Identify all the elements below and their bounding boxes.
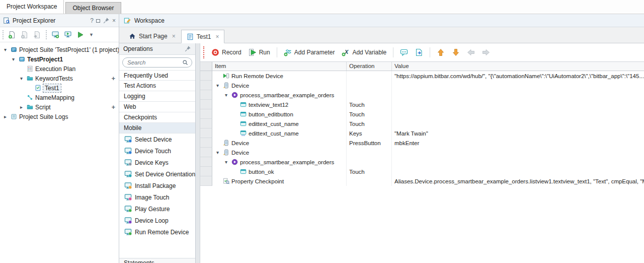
grid-gutter-header [200,62,212,71]
tree-item-script[interactable]: ▸Script+ [0,102,119,112]
test-step-row[interactable]: Run Remote Device"https://appium.bitbar.… [200,71,644,81]
move-down-button[interactable] [449,47,462,58]
run-button[interactable]: Run [246,47,273,58]
column-header-item[interactable]: Item [212,62,347,71]
indent-left-button[interactable] [464,47,477,58]
row-selector-gutter[interactable] [200,119,212,128]
column-header-operation[interactable]: Operation [347,62,392,71]
tree-item-test1[interactable]: Test1 [0,83,119,93]
indent-right-button[interactable] [479,47,493,58]
operation-set-device-orientation[interactable]: Set Device Orientation [119,168,195,180]
add-new-project-icon[interactable] [51,31,59,39]
pin-icon[interactable] [103,17,110,24]
move-up-button[interactable] [434,47,447,58]
tab-project-workspace[interactable]: Project Workspace [0,0,64,14]
category-label: Checkpoints [124,114,157,121]
chevron-right-icon[interactable]: ▸ [18,104,25,110]
add-test-step-button[interactable] [413,47,426,58]
tree-item-project-suite-testproject1-1-project[interactable]: ▾Project Suite 'TestProject1' (1 project… [0,45,119,54]
row-selector-gutter[interactable] [200,176,212,186]
operations-category-frequently-used[interactable]: Frequently Used [119,70,195,81]
operation-play-gesture[interactable]: Play Gesture [119,203,195,215]
tree-item-execution-plan[interactable]: Execution Plan [0,64,119,74]
close-icon[interactable]: × [215,33,219,40]
chevron-down-icon[interactable]: ▾ [223,92,229,98]
test-step-row[interactable]: textview_text12Touch [200,100,644,109]
chevron-down-icon[interactable]: ▼ [89,32,94,37]
add-existing-item-icon[interactable] [21,31,29,39]
add-parameter-button[interactable]: Add Parameter [281,47,338,58]
toolbar-grip[interactable] [46,30,47,39]
operation-device-keys[interactable]: Device Keys [119,157,195,168]
add-variable-button[interactable]: X Add Variable [339,47,389,58]
row-selector-gutter[interactable] [200,100,212,109]
chevron-down-icon[interactable]: ▾ [2,47,9,52]
operation-install-package[interactable]: Install Package [119,180,195,191]
operation-image-touch[interactable]: Image Touch [119,191,195,203]
operations-category-checkpoints[interactable]: Checkpoints [119,112,195,123]
chevron-down-icon[interactable]: ▾ [214,83,221,88]
add-comment-button[interactable] [397,47,411,58]
step-item-cell: textview_text12 [212,100,347,109]
pin-icon[interactable] [184,45,191,52]
close-icon[interactable]: × [172,33,176,40]
test-step-row[interactable]: ▾process_smartbear_example_orders [200,90,644,100]
operation-run-remote-device[interactable]: Run Remote Device [119,226,195,238]
close-icon[interactable]: × [112,18,116,24]
search-input[interactable] [126,59,182,66]
row-selector-gutter[interactable] [200,109,212,119]
toolbar-grip[interactable] [3,30,4,39]
tab-start-page[interactable]: Start Page × [123,29,181,43]
row-selector-gutter[interactable] [200,128,212,138]
operations-category-web[interactable]: Web [119,102,195,112]
row-selector-gutter[interactable] [200,167,212,176]
operation-select-device[interactable]: Select Device [119,134,195,145]
add-item-button[interactable]: + [111,103,115,111]
operation-device-loop[interactable]: Device Loop [119,215,195,226]
operations-category-mobile[interactable]: Mobile [119,123,195,134]
help-icon[interactable]: ? [90,18,94,24]
test-step-row[interactable]: edittext_cust_nameTouch [200,119,644,128]
test-step-row[interactable]: edittext_cust_nameKeys"Mark Twain" [200,128,644,138]
test-step-row[interactable]: ▾process_smartbear_example_orders [200,157,644,167]
toolbar-separator [430,47,430,57]
record-button[interactable]: Record [209,47,244,58]
test-step-row[interactable]: button_okTouch [200,167,644,176]
document-arrow-icon [415,48,423,56]
operations-category-statements[interactable]: Statements [119,258,195,263]
chevron-down-icon[interactable]: ▾ [223,159,229,165]
test-step-row[interactable]: ▾Device [200,81,644,90]
chevron-right-icon[interactable]: ▸ [2,114,9,119]
operations-category-logging[interactable]: Logging [119,91,195,102]
run-project-icon[interactable] [64,31,72,39]
run-test-icon[interactable] [76,31,85,39]
test-step-row[interactable]: ▾Device [200,148,644,157]
operation-device-touch[interactable]: Device Touch [119,145,195,157]
chevron-down-icon[interactable]: ▾ [18,76,25,81]
test-step-row[interactable]: button_editbuttonTouch [200,109,644,119]
row-selector-gutter[interactable] [200,81,212,90]
tab-test1[interactable]: Test1 × [181,30,225,43]
operations-category-test-actions[interactable]: Test Actions [119,81,195,91]
row-selector-gutter[interactable] [200,90,212,100]
test-step-row[interactable]: DevicePressButtonmbkEnter [200,138,644,148]
tab-object-browser[interactable]: Object Browser [65,2,121,14]
add-item-button[interactable]: + [111,75,115,82]
add-new-item-icon[interactable] [8,31,16,39]
row-selector-gutter[interactable] [200,157,212,167]
test-step-row[interactable]: Property CheckpointAliases.Device.proces… [200,176,644,186]
row-selector-gutter[interactable] [200,148,212,157]
row-selector-gutter[interactable] [200,138,212,148]
float-window-icon[interactable] [96,19,100,23]
column-header-value[interactable]: Value [392,62,644,71]
search-icon[interactable] [182,59,188,65]
chevron-down-icon[interactable]: ▾ [214,150,221,155]
toolbar-grip[interactable] [203,46,204,58]
tree-item-testproject1[interactable]: ▾TestProject1 [0,54,119,64]
chevron-down-icon[interactable]: ▾ [10,56,17,62]
tree-item-namemapping[interactable]: NameMapping [0,93,119,102]
tree-item-project-suite-logs[interactable]: ▸Project Suite Logs [0,112,119,121]
tree-item-keywordtests[interactable]: ▾KeywordTests+ [0,74,119,83]
import-item-icon[interactable] [33,31,41,39]
row-selector-gutter[interactable] [200,71,212,81]
